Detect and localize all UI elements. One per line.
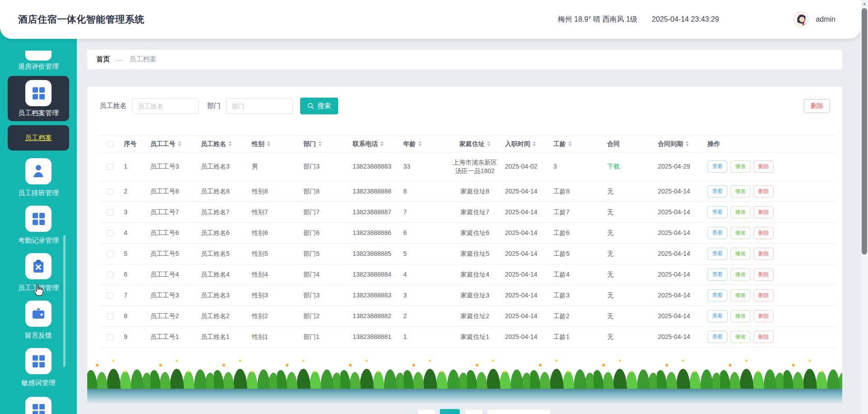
row-checkbox[interactable] [107,251,113,257]
delete-button[interactable]: 删除 [754,289,774,301]
delete-button[interactable]: 删除 [754,310,774,322]
col-header-age[interactable]: 年龄 [401,140,448,148]
view-button[interactable]: 查看 [708,331,727,343]
view-button[interactable]: 查看 [708,268,727,281]
col-header-name[interactable]: 员工姓名 [198,140,249,148]
col-header-expire[interactable]: 合同到期 [655,140,705,148]
edit-button[interactable]: 修改 [731,227,750,239]
sort-carets-icon[interactable] [228,141,232,146]
sidebar-item-employee-shift[interactable]: 员工排班管理 [0,158,77,198]
cell-phone: 13823888884 [350,270,401,279]
table-row: 4员工工号6员工姓名6性别6部门6138238888866家庭住址62025-0… [99,223,835,244]
row-checkbox[interactable] [107,313,113,320]
delete-button[interactable]: 删除 [754,160,774,173]
cell-gender: 性别1 [249,333,301,341]
table-row: 8员工工号2员工姓名2性别2部门2138238888822家庭住址22025-0… [99,306,835,327]
col-header-phone[interactable]: 联系电话 [350,140,401,148]
view-button[interactable]: 查看 [708,289,727,301]
sort-carets-icon[interactable] [487,141,491,146]
window-scrollbar[interactable]: ▲ [861,0,868,414]
pagination-page-1[interactable] [440,409,460,414]
row-checkbox[interactable] [107,230,113,236]
view-button[interactable]: 查看 [708,227,727,239]
edit-button[interactable]: 修改 [731,331,750,343]
cell-emp-id: 员工工号5 [147,249,198,258]
col-header-address[interactable]: 家庭住址 [448,140,502,148]
edit-button[interactable]: 修改 [731,206,750,218]
batch-delete-button[interactable]: 删除 [804,99,830,113]
sidebar-item-partial-bottom[interactable] [0,397,77,414]
top-header: 酒店住宿一体化智能管理系统 梅州 18.9° 晴 西南风 1级 2025-04-… [0,0,861,39]
breadcrumb-home[interactable]: 首页 [96,55,110,64]
sort-carets-icon[interactable] [178,141,181,146]
pagination-prev-button[interactable] [418,409,436,414]
col-header-emp_id[interactable]: 员工工号 [147,140,198,148]
delete-button[interactable]: 删除 [754,227,774,239]
view-button[interactable]: 查看 [708,160,727,173]
row-checkbox[interactable] [107,164,113,170]
cell-name: 员工姓名7 [198,208,249,216]
sidebar-item-attendance[interactable]: 考勤记录管理 [0,206,77,245]
col-header-years[interactable]: 工龄 [551,140,604,148]
col-header-dept[interactable]: 部门 [301,140,350,148]
edit-button[interactable]: 修改 [731,160,750,173]
scrollbar-thumb[interactable] [862,8,867,254]
edit-button[interactable]: 修改 [731,310,750,322]
sidebar-item-checkout-review[interactable]: 退房评价管理 [0,62,77,71]
sort-carets-icon[interactable] [318,141,322,146]
grid-icon [25,51,52,61]
scrollbar-up-arrow[interactable]: ▲ [861,1,868,6]
row-checkbox[interactable] [107,209,113,216]
view-button[interactable]: 查看 [708,206,727,218]
cell-no: 4 [121,229,147,237]
cell-years: 工龄7 [551,208,604,216]
cell-name: 员工姓名6 [198,229,249,237]
pagination-jumper[interactable] [487,409,551,414]
grass-decoration [87,356,842,389]
search-button[interactable]: 搜索 [300,98,338,114]
contract-download-link[interactable]: 下载 [607,162,620,171]
row-checkbox[interactable] [107,272,113,278]
view-button[interactable]: 查看 [708,248,727,260]
department-input[interactable] [226,98,293,114]
sidebar-item-employee-salary[interactable]: 员工工资管理 [0,253,77,292]
table-row: 7员工工号3员工姓名3性别3部门3138238888833家庭住址32025-0… [99,285,835,306]
sort-carets-icon[interactable] [380,141,384,146]
delete-button[interactable]: 删除 [754,268,774,281]
delete-button[interactable]: 删除 [754,248,774,260]
edit-button[interactable]: 修改 [731,248,750,260]
edit-button[interactable]: 修改 [731,289,750,301]
cell-address: 家庭住址2 [448,312,502,320]
delete-button[interactable]: 删除 [754,331,774,343]
cell-no: 3 [121,208,147,216]
sidebar-item-feedback[interactable]: 留言反馈 [0,301,77,340]
sidebar-item-employee-archive[interactable]: 员工档案管理 [8,76,69,121]
pagination-next-button[interactable] [465,409,483,414]
sort-carets-icon[interactable] [568,141,572,146]
sort-carets-icon[interactable] [685,141,689,146]
view-button[interactable]: 查看 [708,310,727,322]
row-checkbox[interactable] [107,292,113,299]
row-checkbox[interactable] [107,334,113,340]
employee-name-input[interactable] [132,98,199,114]
avatar[interactable] [793,11,809,28]
select-all-checkbox[interactable] [107,141,113,147]
username[interactable]: admin [816,15,835,24]
edit-button[interactable]: 修改 [731,185,750,198]
cell-phone: 13823888881 [350,333,401,341]
row-checkbox[interactable] [107,188,113,195]
edit-button[interactable]: 修改 [731,268,750,281]
sort-carets-icon[interactable] [267,141,270,146]
delete-button[interactable]: 删除 [754,206,774,218]
delete-button[interactable]: 删除 [754,185,774,198]
cell-name: 员工姓名2 [198,312,249,320]
sidebar-item-sensitive-words[interactable]: 敏感词管理 [0,348,77,387]
sidebar-subitem-employee-file[interactable]: 员工档案 [8,125,69,151]
col-header-hire_date[interactable]: 入职时间 [502,140,551,148]
sort-carets-icon[interactable] [533,141,536,146]
view-button[interactable]: 查看 [708,185,727,198]
sort-carets-icon[interactable] [418,141,422,146]
content-card: 员工姓名 部门 搜索 删除 序号员工工号员工姓名性别部门联系电话年龄家庭住址入职… [87,87,842,389]
col-header-actions: 操作 [705,140,835,148]
col-header-gender[interactable]: 性别 [249,140,301,148]
